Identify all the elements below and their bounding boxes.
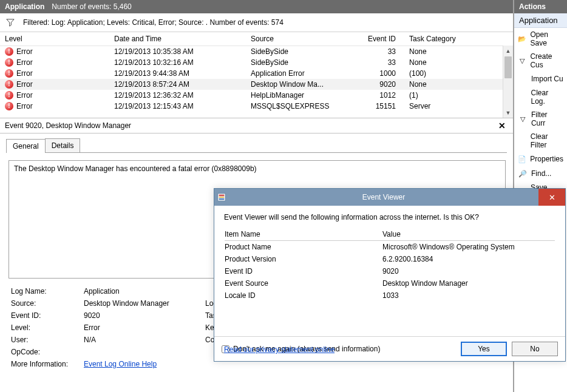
kv-key: Locale ID [225,289,382,302]
action-import-custom[interactable]: Import Cu [514,72,567,86]
filter-icon [6,18,15,27]
prop-logname-value: Application [84,287,205,296]
scroll-down-icon[interactable]: ▼ [503,107,513,118]
error-icon: ! [5,58,13,67]
col-source[interactable]: Source [246,32,358,46]
kv-value: 6.2.9200.16384 [382,253,555,265]
table-row[interactable]: !Error12/19/2013 10:35:38 AMSideBySide33… [0,46,513,58]
no-button[interactable]: No [512,342,558,356]
action-label: Open Save [531,30,563,47]
detail-close-button[interactable]: ✕ [496,121,508,130]
action-clear-log[interactable]: Clear Log. [514,86,567,108]
kv-header-value: Value [382,228,555,241]
action-clear-filter[interactable]: Clear Filter [514,130,567,152]
action-find[interactable]: 🔎Find... [514,166,567,181]
cell-level: Error [16,102,33,110]
cell-task: Server [401,101,513,112]
privacy-link[interactable]: Read our privacy statement online [224,345,334,354]
actions-section: Application [514,13,567,28]
dialog-title: Event Viewer [229,193,538,201]
cell-eventid: 33 [358,46,401,58]
col-date[interactable]: Date and Time [109,32,246,46]
log-title: Application [5,2,44,11]
action-label: Create Cus [530,52,563,69]
send-info-dialog: Event Viewer ✕ Event Viewer will send th… [214,188,566,362]
event-log-help-link[interactable]: Event Log Online Help [84,360,157,368]
prop-eventid-label: Event ID: [11,311,84,320]
grid-scrollbar[interactable]: ▲ ▼ [503,46,513,118]
table-row[interactable]: !Error12/19/2013 12:36:32 AMHelpLibManag… [0,90,513,101]
scroll-thumb[interactable] [504,56,512,78]
dialog-icon [214,193,229,201]
cell-eventid: 15151 [358,101,401,112]
open-saved-icon: 📂 [518,34,527,44]
filter-text: Filtered: Log: Application; Levels: Crit… [23,18,284,27]
table-row[interactable]: !Error12/19/2013 9:44:38 AMApplication E… [0,68,513,79]
cell-level: Error [16,80,33,89]
cell-task: None [401,46,513,58]
scroll-up-icon[interactable]: ▲ [503,46,513,56]
col-level[interactable]: Level [0,32,109,46]
col-task[interactable]: Task Category [401,32,513,46]
dialog-close-button[interactable]: ✕ [538,189,565,206]
table-row[interactable]: !Error12/19/2013 8:57:24 AMDesktop Windo… [0,79,513,90]
cell-date: 12/19/2013 12:36:32 AM [109,90,246,101]
cell-source: SideBySide [246,46,358,58]
detail-tabs: General Details [6,138,507,153]
find-icon: 🔎 [518,169,528,178]
cell-date: 12/19/2013 10:35:38 AM [109,46,246,58]
dialog-prompt: Event Viewer will send the following inf… [224,213,555,221]
kv-value: 9020 [382,265,555,277]
kv-key: Product Name [225,241,382,253]
action-filter-current[interactable]: ▽Filter Curr [514,108,567,130]
cell-task: None [401,57,513,68]
cell-source: SideBySide [246,57,358,68]
cell-eventid: 33 [358,57,401,68]
prop-more-label: More Information: [11,360,84,368]
cell-eventid: 1000 [358,68,401,79]
action-properties[interactable]: 📄Properties [514,152,567,166]
cell-source: Desktop Window Ma... [246,79,358,90]
action-label: Import Cu [531,75,563,83]
cell-task: (1) [401,90,513,101]
log-header: Application Number of events: 5,460 [0,0,513,13]
cell-level: Error [16,69,33,78]
kv-key: Event Source [225,277,382,289]
prop-user-value: N/A [84,336,205,344]
cell-level: Error [16,47,33,56]
tab-details[interactable]: Details [45,138,81,152]
error-icon: ! [5,47,13,56]
cell-date: 12/19/2013 8:57:24 AM [109,79,246,90]
prop-logname-label: Log Name: [11,287,84,296]
yes-button[interactable]: Yes [461,342,507,356]
actions-header: Actions [514,0,567,13]
action-open-saved[interactable]: 📂Open Save [514,28,567,50]
prop-eventid-value: 9020 [84,311,205,320]
prop-level-value: Error [84,323,205,332]
prop-user-label: User: [11,336,84,344]
error-icon: ! [5,91,13,100]
error-icon: ! [5,80,13,89]
svg-rect-1 [219,195,225,197]
action-label: Clear Log. [531,89,563,106]
properties-icon: 📄 [518,154,526,164]
action-create-custom[interactable]: ▽Create Cus [514,50,567,72]
kv-value: Desktop Window Manager [382,277,555,289]
import-custom-icon [518,74,528,84]
prop-source-value: Desktop Window Manager [84,299,205,308]
cell-source: MSSQL$SQLEXPRESS [246,101,358,112]
prop-source-label: Source: [11,299,84,308]
tab-general[interactable]: General [6,139,46,153]
action-label: Properties [530,155,563,163]
cell-date: 12/19/2013 9:44:38 AM [109,68,246,79]
col-eventid[interactable]: Event ID [358,32,401,46]
grid-header-row[interactable]: Level Date and Time Source Event ID Task… [0,32,513,46]
table-row[interactable]: !Error12/19/2013 10:32:16 AMSideBySide33… [0,57,513,68]
table-row[interactable]: !Error12/19/2013 12:15:43 AMMSSQL$SQLEXP… [0,101,513,112]
clear-filter-icon [518,136,527,146]
event-count: Number of events: 5,460 [52,2,131,11]
cell-eventid: 1012 [358,90,401,101]
event-grid[interactable]: Level Date and Time Source Event ID Task… [0,32,513,118]
kv-key: Product Version [225,253,382,265]
kv-key: Event ID [225,265,382,277]
